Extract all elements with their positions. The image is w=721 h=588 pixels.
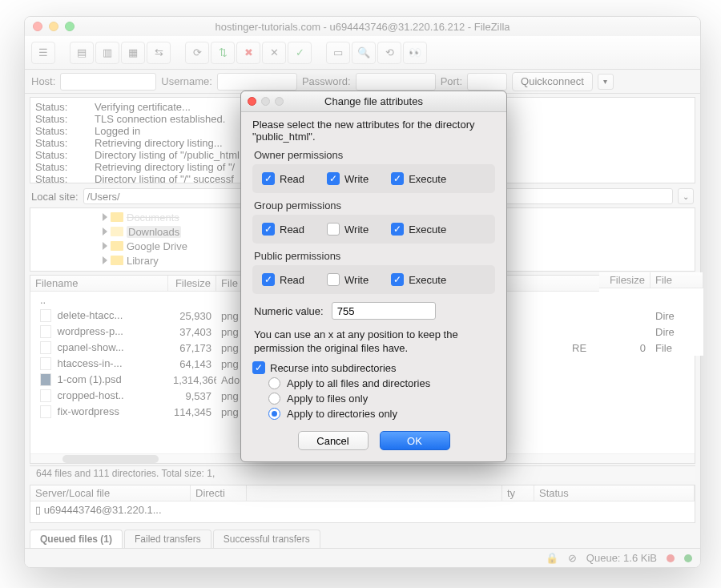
perm-write[interactable]: Write bbox=[327, 223, 369, 236]
numeric-value-input[interactable] bbox=[332, 302, 436, 320]
perm-exec[interactable]: ✓Execute bbox=[391, 273, 446, 286]
owner-permissions: ✓Read✓Write✓Execute bbox=[252, 164, 495, 193]
ok-button[interactable]: OK bbox=[380, 431, 450, 450]
dialog-intro: Please select the new attributes for the… bbox=[252, 119, 495, 143]
radio-icon bbox=[268, 393, 280, 405]
checkbox-icon bbox=[327, 273, 340, 286]
radio-icon bbox=[268, 377, 280, 389]
numeric-label: Numeric value: bbox=[254, 305, 324, 317]
perm-read[interactable]: ✓Read bbox=[262, 273, 304, 286]
dialog-titlebar: Change file attributes bbox=[241, 91, 506, 112]
perm-read[interactable]: ✓Read bbox=[262, 172, 304, 185]
radio-icon bbox=[268, 408, 280, 420]
perm-exec[interactable]: ✓Execute bbox=[391, 172, 446, 185]
public-label: Public permissions bbox=[254, 250, 495, 262]
public-permissions: ✓ReadWrite✓Execute bbox=[252, 265, 495, 294]
perm-read[interactable]: ✓Read bbox=[262, 223, 304, 236]
minimize-icon bbox=[261, 97, 270, 106]
group-permissions: ✓ReadWrite✓Execute bbox=[252, 215, 495, 244]
close-icon[interactable] bbox=[248, 97, 256, 106]
checkbox-icon: ✓ bbox=[391, 172, 404, 185]
dialog-title: Change file attributes bbox=[324, 95, 423, 107]
numeric-note: You can use an x at any position to keep… bbox=[254, 328, 493, 355]
checkbox-icon: ✓ bbox=[391, 273, 404, 286]
recurse-option[interactable]: Apply to files only bbox=[268, 393, 495, 405]
checkbox-icon bbox=[327, 223, 340, 236]
perm-write[interactable]: ✓Write bbox=[327, 172, 369, 185]
file-attributes-dialog: Change file attributes Please select the… bbox=[240, 91, 507, 462]
perm-write[interactable]: Write bbox=[327, 273, 369, 286]
checkbox-icon: ✓ bbox=[391, 223, 404, 236]
perm-exec[interactable]: ✓Execute bbox=[391, 223, 446, 236]
checkbox-icon: ✓ bbox=[252, 361, 265, 374]
owner-label: Owner permissions bbox=[254, 149, 495, 161]
recurse-checkbox[interactable]: ✓ Recurse into subdirectories bbox=[252, 361, 495, 374]
checkbox-icon: ✓ bbox=[262, 273, 275, 286]
checkbox-icon: ✓ bbox=[262, 172, 275, 185]
recurse-option[interactable]: Apply to directories only bbox=[268, 408, 495, 420]
maximize-icon bbox=[275, 97, 284, 106]
cancel-button[interactable]: Cancel bbox=[298, 431, 369, 450]
checkbox-icon: ✓ bbox=[327, 172, 340, 185]
checkbox-icon: ✓ bbox=[262, 223, 275, 236]
recurse-option[interactable]: Apply to all files and directories bbox=[268, 377, 495, 389]
group-label: Group permissions bbox=[254, 199, 495, 211]
